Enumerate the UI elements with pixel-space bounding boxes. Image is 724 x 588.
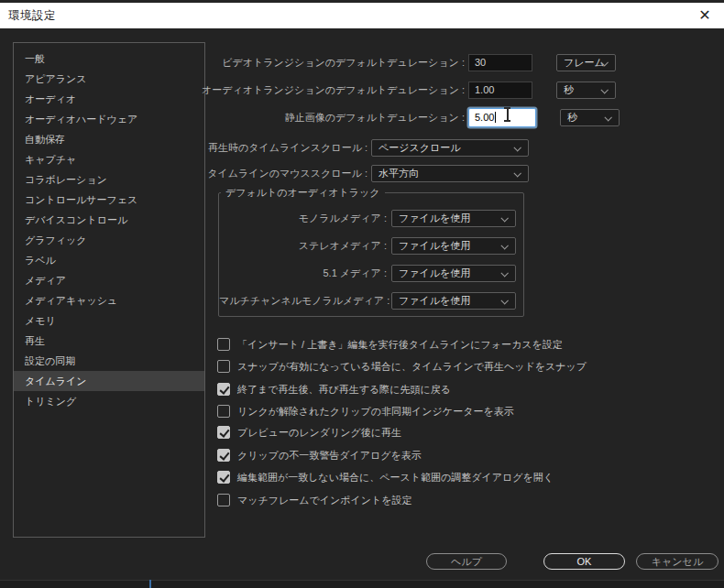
- chevron-down-icon: [500, 269, 508, 277]
- checkbox-label: マッチフレームでインポイントを設定: [237, 494, 412, 507]
- checkbox-label: クリップの不一致警告ダイアログを表示: [237, 449, 422, 463]
- checkbox-row: 編集範囲が一致しない場合に、ペースト範囲の調整ダイアログを開く: [217, 470, 554, 485]
- chevron-down-icon: [513, 144, 521, 151]
- checkbox-label: スナップが有効になっている場合に、タイムラインで再生ヘッドをスナップ: [237, 360, 587, 374]
- duration-label: オーディオトランジションのデフォルトデュレーション :: [0, 83, 465, 97]
- unit-dropdown-value: フレーム: [564, 56, 605, 70]
- checkbox-row: プレビューのレンダリング後に再生: [217, 425, 401, 440]
- audio-track-dropdown-value: ファイルを使用: [399, 239, 470, 253]
- audio-track-dropdown-value: ファイルを使用: [399, 267, 470, 280]
- dialog-content: 一般アピアランスオーディオオーディオハードウェア自動保存キャプチャコラボレーショ…: [0, 28, 724, 580]
- bottom-edge-strip: [0, 580, 724, 588]
- checkbox-row: 終了まで再生後、再び再生する際に先頭に戻る: [217, 382, 451, 397]
- chevron-down-icon: [500, 242, 508, 249]
- checkbox-label: 終了まで再生後、再び再生する際に先頭に戻る: [237, 383, 451, 397]
- default-audio-track-group: デフォルトのオーディオトラック モノラルメディア :ファイルを使用ステレオメディ…: [218, 192, 524, 317]
- audio-track-dropdown[interactable]: ファイルを使用: [391, 265, 516, 282]
- duration-label: ビデオトランジションのデフォルトデュレーション :: [0, 56, 465, 70]
- unit-dropdown[interactable]: 秒: [556, 82, 616, 99]
- unit-dropdown-value: 秒: [567, 111, 577, 125]
- audio-track-label: ステレオメディア :: [219, 239, 387, 253]
- groupbox-legend: デフォルトのオーディオトラック: [221, 186, 385, 200]
- audio-track-row: 5.1 メディア :ファイルを使用: [219, 264, 523, 282]
- input-value: 30: [475, 57, 486, 68]
- scroll-label: 再生時のタイムラインスクロール :: [0, 141, 367, 155]
- scroll-row: タイムラインのマウススクロール :水平方向: [0, 164, 529, 182]
- duration-input[interactable]: 30: [468, 54, 532, 71]
- audio-track-dropdown[interactable]: ファイルを使用: [391, 237, 516, 255]
- text-cursor-icon: [503, 107, 511, 122]
- duration-row: 静止画像のデフォルトデュレーション :5.00秒: [0, 108, 620, 126]
- checkbox-unchecked[interactable]: [217, 494, 230, 506]
- checkbox-checked[interactable]: [217, 471, 230, 484]
- checkbox-label: プレビューのレンダリング後に再生: [237, 426, 401, 440]
- checkbox-checked[interactable]: [217, 449, 230, 462]
- checkbox-unchecked[interactable]: [217, 338, 230, 351]
- checkbox-unchecked[interactable]: [217, 360, 230, 373]
- scroll-dropdown[interactable]: 水平方向: [371, 165, 529, 182]
- chevron-down-icon: [604, 114, 611, 121]
- dialog-title: 環境設定: [8, 8, 56, 24]
- scroll-dropdown-value: ページスクロール: [378, 141, 461, 155]
- chevron-down-icon: [500, 297, 508, 304]
- audio-track-dropdown-value: ファイルを使用: [399, 294, 470, 308]
- audio-track-dropdown[interactable]: ファイルを使用: [391, 292, 516, 310]
- checkbox-row: リンクが解除されたクリップの非同期インジケーターを表示: [217, 404, 514, 419]
- scroll-dropdown-value: 水平方向: [378, 167, 419, 180]
- checkbox-row: スナップが有効になっている場合に、タイムラインで再生ヘッドをスナップ: [217, 359, 587, 374]
- input-value: 5.00: [475, 112, 494, 123]
- duration-input-focused[interactable]: 5.00: [468, 108, 536, 127]
- unit-dropdown[interactable]: 秒: [560, 109, 620, 126]
- audio-track-dropdown[interactable]: ファイルを使用: [391, 210, 516, 227]
- audio-track-row: モノラルメディア :ファイルを使用: [219, 209, 523, 227]
- duration-row: ビデオトランジションのデフォルトデュレーション :30フレーム: [0, 53, 616, 71]
- unit-dropdown[interactable]: フレーム: [556, 54, 616, 71]
- preferences-dialog: 環境設定 ✕ 一般アピアランスオーディオオーディオハードウェア自動保存キャプチャ…: [0, 0, 724, 588]
- text-caret: [495, 112, 496, 123]
- scroll-dropdown[interactable]: ページスクロール: [371, 139, 529, 157]
- ok-button[interactable]: OK: [543, 553, 625, 570]
- checkbox-unchecked[interactable]: [217, 405, 230, 418]
- checkbox-checked[interactable]: [217, 383, 230, 396]
- audio-track-row: ステレオメディア :ファイルを使用: [219, 236, 523, 255]
- chevron-down-icon: [600, 86, 608, 93]
- chevron-down-icon: [500, 214, 508, 222]
- checkbox-row: クリップの不一致警告ダイアログを表示: [217, 448, 422, 463]
- checkbox-row: 「インサート / 上書き」編集を実行後タイムラインにフォーカスを設定: [217, 337, 563, 352]
- audio-track-label: モノラルメディア :: [219, 212, 387, 225]
- playhead-tick: [149, 580, 151, 588]
- input-value: 1.00: [475, 84, 494, 95]
- audio-track-label: 5.1 メディア :: [219, 267, 387, 280]
- checkbox-row: マッチフレームでインポイントを設定: [217, 493, 412, 507]
- audio-track-label: マルチチャンネルモノラルメディア :: [219, 294, 387, 308]
- checkbox-label: リンクが解除されたクリップの非同期インジケーターを表示: [237, 405, 514, 419]
- checkbox-label: 編集範囲が一致しない場合に、ペースト範囲の調整ダイアログを開く: [237, 471, 554, 485]
- scroll-label: タイムラインのマウススクロール :: [0, 167, 367, 180]
- timeline-settings-panel: デフォルトのオーディオトラック モノラルメディア :ファイルを使用ステレオメディ…: [0, 28, 724, 580]
- audio-track-row: マルチチャンネルモノラルメディア :ファイルを使用: [219, 291, 523, 310]
- cancel-button[interactable]: キャンセル: [636, 553, 719, 570]
- close-icon[interactable]: ✕: [696, 6, 714, 25]
- duration-label: 静止画像のデフォルトデュレーション :: [0, 111, 465, 125]
- titlebar: 環境設定 ✕: [0, 3, 724, 28]
- unit-dropdown-value: 秒: [564, 83, 574, 97]
- checkbox-label: 「インサート / 上書き」編集を実行後タイムラインにフォーカスを設定: [237, 338, 563, 352]
- chevron-down-icon: [513, 169, 521, 177]
- audio-track-dropdown-value: ファイルを使用: [399, 212, 470, 225]
- checkbox-checked[interactable]: [217, 426, 230, 439]
- scroll-row: 再生時のタイムラインスクロール :ページスクロール: [0, 138, 529, 157]
- duration-row: オーディオトランジションのデフォルトデュレーション :1.00秒: [0, 81, 616, 99]
- duration-input[interactable]: 1.00: [468, 82, 532, 99]
- help-button[interactable]: ヘルプ: [426, 553, 507, 570]
